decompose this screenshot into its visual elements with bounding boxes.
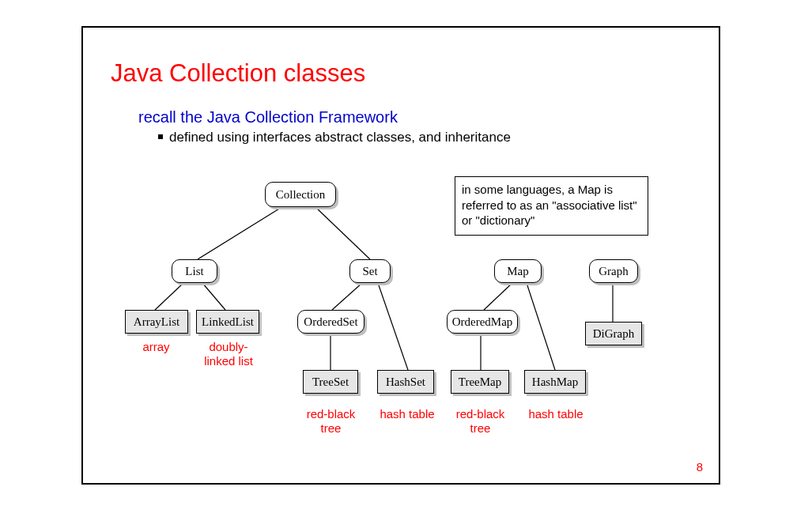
impl-label-treemap: red-black tree (451, 407, 510, 436)
node-label: OrderedSet (304, 315, 357, 329)
node-hashmap: HashMap (524, 370, 586, 394)
impl-label-linkedlist: doubly- linked list (197, 340, 260, 368)
info-callout-box: in some languages, a Map is referred to … (455, 176, 648, 236)
node-label: HashMap (532, 375, 578, 389)
node-label: Collection (276, 188, 326, 202)
node-orderedset: OrderedSet (297, 310, 364, 334)
node-linkedlist: LinkedList (196, 310, 259, 334)
impl-label-treeset: red-black tree (301, 407, 361, 436)
node-graph: Graph (589, 259, 638, 283)
node-hashset: HashSet (377, 370, 434, 394)
node-label: HashSet (386, 375, 425, 389)
node-digraph: DiGraph (585, 322, 642, 345)
node-label: Set (362, 265, 377, 278)
node-label: TreeSet (312, 375, 349, 389)
page-number: 8 (697, 460, 703, 474)
node-map: Map (494, 259, 542, 283)
bullet-square-icon (158, 134, 163, 139)
node-collection: Collection (265, 182, 336, 207)
bullet-item: defined using interfaces abstract classe… (158, 130, 511, 145)
impl-label-hashmap: hash table (524, 407, 587, 421)
slide-page: 8 Java Collection classes recall the Jav… (0, 0, 812, 532)
node-label: List (185, 265, 203, 278)
slide-subtitle: recall the Java Collection Framework (138, 108, 398, 126)
node-label: Graph (599, 265, 629, 278)
node-label: DiGraph (593, 327, 635, 341)
node-label: Map (507, 265, 529, 278)
node-treemap: TreeMap (451, 370, 509, 394)
impl-label-arraylist: array (127, 340, 186, 354)
impl-label-hashset: hash table (376, 407, 439, 421)
node-label: LinkedList (202, 315, 254, 329)
node-arraylist: ArrayList (125, 310, 188, 334)
node-label: TreeMap (459, 375, 501, 389)
node-label: OrderedMap (452, 315, 513, 329)
node-set: Set (349, 259, 391, 283)
node-orderedmap: OrderedMap (447, 310, 518, 334)
node-list: List (172, 259, 217, 283)
node-treeset: TreeSet (303, 370, 358, 394)
bullet-text: defined using interfaces abstract classe… (169, 130, 511, 145)
node-label: ArrayList (134, 315, 179, 329)
slide-title: Java Collection classes (111, 59, 365, 88)
